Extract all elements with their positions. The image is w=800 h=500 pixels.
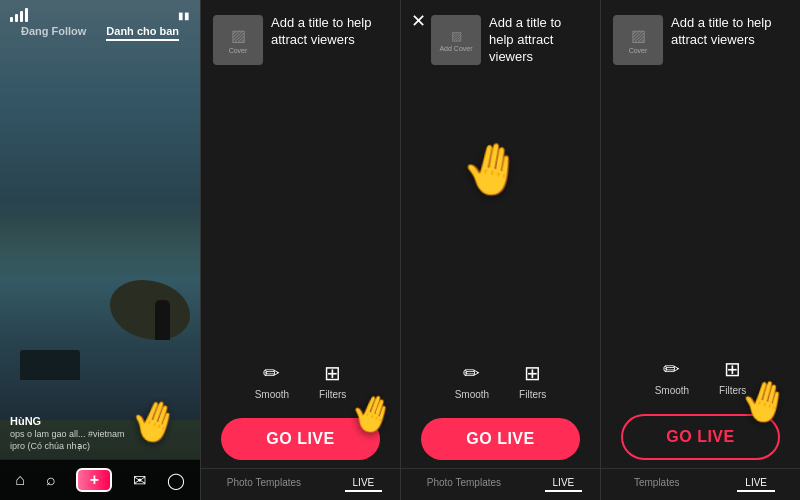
live-tab[interactable]: LIVE bbox=[345, 475, 383, 492]
bottom-navigation: ⌂ ⌕ + ✉ ◯ bbox=[0, 459, 200, 500]
filters-tool[interactable]: ⊞ Filters bbox=[319, 361, 346, 400]
cover-thumbnail[interactable]: ▨ Add Cover bbox=[431, 15, 481, 65]
nav-profile[interactable]: ◯ bbox=[167, 471, 185, 490]
bottom-tabs: Templates LIVE bbox=[601, 468, 800, 500]
filters-label: Filters bbox=[319, 389, 346, 400]
live-setup-panel-2: ▨ Cover Add a title to help attract view… bbox=[200, 0, 400, 500]
nav-home[interactable]: ⌂ bbox=[15, 471, 25, 489]
signal-indicator bbox=[10, 8, 28, 22]
live-setup-panel-4: ▨ Cover Add a title to help attract view… bbox=[600, 0, 800, 500]
live-title-text[interactable]: Add a title to help attract viewers bbox=[671, 15, 788, 49]
live-setup-panel-3: ✕ ▨ Add Cover Add a title to help attrac… bbox=[400, 0, 600, 500]
photo-templates-tab[interactable]: Photo Templates bbox=[219, 475, 309, 492]
smooth-icon: ✏ bbox=[263, 361, 280, 385]
filters-label: Filters bbox=[519, 389, 546, 400]
filters-icon: ⊞ bbox=[324, 361, 341, 385]
tab-for-you[interactable]: Danh cho ban bbox=[106, 25, 179, 41]
plus-icon: + bbox=[90, 471, 99, 489]
filters-icon: ⊞ bbox=[524, 361, 541, 385]
live-tab[interactable]: LIVE bbox=[545, 475, 583, 492]
hand-cursor-pointing-icon: 🤚 bbox=[456, 135, 527, 203]
smooth-tool[interactable]: ✏ Smooth bbox=[455, 361, 489, 400]
filters-tool[interactable]: ⊞ Filters bbox=[519, 361, 546, 400]
signal-bar-2 bbox=[15, 14, 18, 22]
close-button[interactable]: ✕ bbox=[411, 10, 426, 32]
live-label: LIVE bbox=[745, 477, 767, 488]
cover-icon: ▨ bbox=[631, 26, 646, 45]
cover-label: Cover bbox=[629, 47, 648, 54]
smooth-label: Smooth bbox=[655, 385, 689, 396]
cover-label: Cover bbox=[229, 47, 248, 54]
inbox-icon: ✉ bbox=[133, 471, 146, 490]
spacer bbox=[201, 75, 400, 351]
tab-bar: Đang Follow Danh cho ban bbox=[0, 25, 200, 41]
live-label: LIVE bbox=[553, 477, 575, 488]
cover-thumbnail[interactable]: ▨ Cover bbox=[213, 15, 263, 65]
smooth-label: Smooth bbox=[255, 389, 289, 400]
cover-label: Add Cover bbox=[439, 45, 472, 52]
create-button[interactable]: + bbox=[76, 468, 112, 492]
smooth-icon: ✏ bbox=[663, 357, 680, 381]
battery-icon: ▮▮ bbox=[178, 10, 190, 21]
live-title-text[interactable]: Add a title to help attract viewers bbox=[271, 15, 388, 49]
signal-bar-3 bbox=[20, 11, 23, 22]
smooth-tool[interactable]: ✏ Smooth bbox=[255, 361, 289, 400]
spacer bbox=[401, 76, 600, 351]
photo-templates-tab[interactable]: Photo Templates bbox=[419, 475, 509, 492]
spacer bbox=[601, 75, 800, 347]
cover-icon: ▨ bbox=[231, 26, 246, 45]
bottom-tabs: Photo Templates LIVE bbox=[201, 468, 400, 500]
nav-search[interactable]: ⌕ bbox=[46, 471, 56, 489]
tiktok-feed-panel: ▮▮ Đang Follow Danh cho ban HùNG ops o l… bbox=[0, 0, 200, 500]
panel-top-area: ▨ Cover Add a title to help attract view… bbox=[601, 0, 800, 75]
video-info: HùNG ops o lam gao all... #vietnam ipro … bbox=[0, 407, 200, 500]
cover-thumbnail[interactable]: ▨ Cover bbox=[613, 15, 663, 65]
templates-label: Templates bbox=[634, 477, 680, 488]
cover-icon: ▨ bbox=[451, 29, 462, 43]
tools-row: ✏ Smooth ⊞ Filters bbox=[401, 351, 600, 410]
live-tab[interactable]: LIVE bbox=[737, 475, 775, 492]
top-bar: ▮▮ bbox=[0, 8, 200, 22]
live-title-text[interactable]: Add a title to help attract viewers bbox=[489, 15, 588, 66]
signal-bar-4 bbox=[25, 8, 28, 22]
signal-bar-1 bbox=[10, 17, 13, 22]
templates-tab[interactable]: Templates bbox=[626, 475, 688, 492]
filters-icon: ⊞ bbox=[724, 357, 741, 381]
photo-templates-label: Photo Templates bbox=[427, 477, 501, 488]
nav-inbox[interactable]: ✉ bbox=[133, 471, 146, 490]
smooth-label: Smooth bbox=[455, 389, 489, 400]
panel-top-area: ▨ Cover Add a title to help attract view… bbox=[201, 0, 400, 75]
bottom-tabs: Photo Templates LIVE bbox=[401, 468, 600, 500]
tab-following[interactable]: Đang Follow bbox=[21, 25, 86, 41]
profile-icon: ◯ bbox=[167, 471, 185, 490]
go-live-button[interactable]: GO LIVE bbox=[421, 418, 580, 460]
search-icon: ⌕ bbox=[46, 471, 56, 489]
live-label: LIVE bbox=[353, 477, 375, 488]
photo-templates-label: Photo Templates bbox=[227, 477, 301, 488]
panel-top-area: ▨ Add Cover Add a title to help attract … bbox=[401, 0, 600, 76]
smooth-icon: ✏ bbox=[463, 361, 480, 385]
smooth-tool[interactable]: ✏ Smooth bbox=[655, 357, 689, 396]
home-icon: ⌂ bbox=[15, 471, 25, 489]
